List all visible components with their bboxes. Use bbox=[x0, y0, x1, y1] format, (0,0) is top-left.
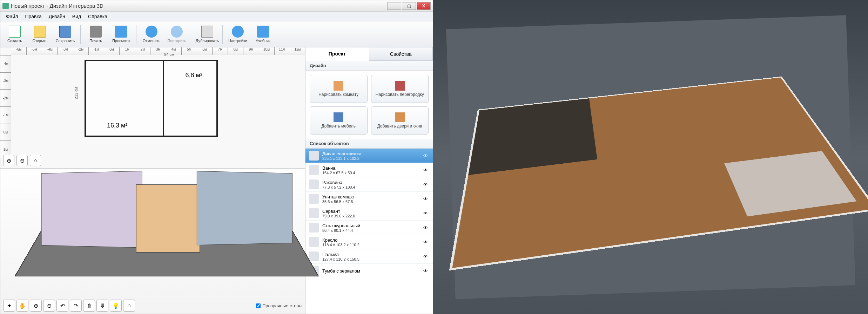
canvas3d-toolbar: ✦ ✋ ⊕ ⊖ ↶ ↷ ⤊ ⤋ 💡 ⌂ Прозрачные стены bbox=[3, 300, 302, 312]
zoom-out-icon: ⊖ bbox=[20, 157, 25, 164]
minimize-button[interactable]: — bbox=[387, 2, 401, 10]
door-icon bbox=[395, 112, 405, 122]
draw-wall-button[interactable]: Нарисовать перегородку bbox=[371, 75, 429, 103]
add-doors-button[interactable]: Добавить двери и окна bbox=[371, 106, 429, 135]
visibility-toggle[interactable]: 👁 bbox=[422, 254, 429, 259]
render-preview bbox=[433, 0, 868, 314]
render-3d-image bbox=[446, 15, 855, 299]
object-thumb-icon bbox=[309, 251, 319, 261]
list-item[interactable]: Стол журнальный80.4 x 80.1 x 44.4👁 bbox=[305, 221, 433, 235]
menu-design[interactable]: Дизайн bbox=[46, 13, 68, 20]
pointer-button[interactable]: ✦ bbox=[3, 300, 15, 312]
object-dimensions: 235.1 x 113.1 x 102.2 bbox=[322, 156, 418, 161]
home-button[interactable]: ⌂ bbox=[30, 155, 41, 166]
canvas-3d[interactable]: ✦ ✋ ⊕ ⊖ ↶ ↷ ⤊ ⤋ 💡 ⌂ Прозрачные стены bbox=[0, 169, 305, 314]
ruler-horizontal: -6м-5м-4м-3м-2м-1м0м1м2м3м4м5м6м7м8м9м10… bbox=[11, 47, 305, 55]
duplicate-button[interactable]: Дублировать bbox=[195, 23, 220, 46]
window-title: Новый проект - Дизайн Интерьера 3D bbox=[11, 3, 387, 9]
home-icon: ⌂ bbox=[34, 157, 37, 164]
eye-icon: 👁 bbox=[423, 268, 428, 274]
tilt-down-button[interactable]: ⤋ bbox=[96, 300, 108, 312]
new-file-icon bbox=[9, 26, 21, 38]
zoom-in-button[interactable]: ⊕ bbox=[3, 155, 14, 166]
object-thumb-icon bbox=[309, 237, 319, 247]
object-dimensions: 80.4 x 80.1 x 44.4 bbox=[322, 228, 418, 233]
canvas-2d[interactable]: -6м-5м-4м-3м-2м-1м0м1м2м3м4м5м6м7м8м9м10… bbox=[0, 47, 305, 169]
redo-button[interactable]: Повторить bbox=[164, 23, 189, 46]
visibility-toggle[interactable]: 👁 bbox=[422, 153, 429, 158]
list-item[interactable]: Сервант79.0 x 39.6 x 222.0👁 bbox=[305, 206, 433, 221]
book-icon bbox=[257, 26, 269, 38]
visibility-toggle[interactable]: 👁 bbox=[422, 225, 429, 230]
visibility-toggle[interactable]: 👁 bbox=[422, 268, 429, 274]
list-item[interactable]: Диван еврокнижка235.1 x 113.1 x 102.2👁 bbox=[305, 149, 433, 163]
save-button[interactable]: Сохранить bbox=[53, 23, 78, 46]
preview-button[interactable]: Просмотр bbox=[109, 23, 133, 46]
visibility-toggle[interactable]: 👁 bbox=[422, 196, 429, 202]
object-name: Тумба с зеркалом bbox=[322, 268, 418, 274]
app-window: Новый проект - Дизайн Интерьера 3D — ▢ X… bbox=[0, 0, 433, 314]
list-item[interactable]: Ванна154.2 x 67.5 x 50.4👁 bbox=[305, 163, 433, 177]
rotate-left-button[interactable]: ↶ bbox=[56, 300, 68, 312]
menu-file[interactable]: Файл bbox=[3, 13, 21, 20]
tilt-down-icon: ⤋ bbox=[100, 302, 105, 309]
menu-view[interactable]: Вид bbox=[69, 13, 84, 20]
open-button[interactable]: Открыть bbox=[28, 23, 52, 46]
list-item[interactable]: Унитаз компакт35.6 x 56.5 x 67.5👁 bbox=[305, 192, 433, 206]
list-item[interactable]: Кресло118.4 x 103.2 x 110.2👁 bbox=[305, 235, 433, 249]
undo-button[interactable]: Отменить bbox=[139, 23, 164, 46]
object-thumb-icon bbox=[309, 151, 319, 161]
zoom-in-3d-button[interactable]: ⊕ bbox=[30, 300, 42, 312]
menu-help[interactable]: Справка bbox=[85, 13, 110, 20]
tilt-up-button[interactable]: ⤊ bbox=[83, 300, 95, 312]
list-item[interactable]: Раковина77.3 x 57.2 x 108.4👁 bbox=[305, 177, 433, 192]
print-button[interactable]: Печать bbox=[83, 23, 108, 46]
zoom-out-3d-button[interactable]: ⊖ bbox=[43, 300, 55, 312]
rotate-right-button[interactable]: ↷ bbox=[70, 300, 82, 312]
new-button[interactable]: Создать bbox=[2, 23, 27, 46]
room-icon bbox=[334, 81, 343, 91]
rotate-left-icon: ↶ bbox=[60, 302, 65, 309]
zoom-out-button[interactable]: ⊖ bbox=[16, 155, 28, 166]
visibility-toggle[interactable]: 👁 bbox=[422, 168, 429, 173]
hand-icon: ✋ bbox=[19, 302, 26, 309]
object-list[interactable]: Диван еврокнижка235.1 x 113.1 x 102.2👁Ва… bbox=[305, 149, 433, 314]
home-3d-button[interactable]: ⌂ bbox=[123, 300, 135, 312]
pan-button[interactable]: ✋ bbox=[16, 300, 28, 312]
object-name: Диван еврокнижка bbox=[322, 151, 418, 156]
zoom-in-icon: ⊕ bbox=[7, 157, 11, 164]
object-name: Сервант bbox=[322, 209, 418, 214]
settings-button[interactable]: Настройки bbox=[226, 23, 250, 46]
light-button[interactable]: 💡 bbox=[110, 300, 122, 312]
object-dimensions: 35.6 x 56.5 x 67.5 bbox=[322, 199, 418, 204]
folder-open-icon bbox=[34, 26, 46, 38]
tilt-up-icon: ⤊ bbox=[87, 302, 92, 309]
tutorial-button[interactable]: Учебник bbox=[251, 23, 275, 46]
transparent-walls-input[interactable] bbox=[256, 303, 261, 308]
eye-icon: 👁 bbox=[423, 240, 428, 245]
list-item[interactable]: Пальма127.4 x 116.2 x 158.5👁 bbox=[305, 249, 433, 264]
object-thumb-icon bbox=[309, 194, 319, 204]
undo-icon bbox=[146, 26, 157, 38]
list-item[interactable]: Тумба с зеркалом👁 bbox=[305, 264, 433, 278]
home-icon: ⌂ bbox=[127, 302, 131, 309]
transparent-walls-checkbox[interactable]: Прозрачные стены bbox=[256, 303, 302, 308]
visibility-toggle[interactable]: 👁 bbox=[422, 182, 429, 187]
tab-properties[interactable]: Свойства bbox=[369, 47, 433, 60]
eye-icon: 👁 bbox=[423, 254, 428, 259]
menu-edit[interactable]: Правка bbox=[22, 13, 44, 20]
bulb-icon: 💡 bbox=[112, 302, 119, 309]
object-name: Стол журнальный bbox=[322, 223, 418, 228]
eye-icon: 👁 bbox=[423, 153, 428, 158]
toolbar: Создать Открыть Сохранить Печать Просмот… bbox=[0, 21, 433, 47]
visibility-toggle[interactable]: 👁 bbox=[422, 240, 429, 245]
add-furniture-button[interactable]: Добавить мебель bbox=[310, 106, 368, 135]
dimension-label: 94 см bbox=[164, 52, 174, 57]
visibility-toggle[interactable]: 👁 bbox=[422, 211, 429, 216]
draw-room-button[interactable]: Нарисовать комнату bbox=[310, 75, 368, 103]
maximize-button[interactable]: ▢ bbox=[402, 2, 416, 10]
pointer-icon: ✦ bbox=[7, 302, 12, 309]
close-button[interactable]: X bbox=[417, 2, 431, 10]
tab-project[interactable]: Проект bbox=[305, 47, 369, 61]
floor-plan[interactable]: 16,3 м² 6,8 м² 94 см 212 см bbox=[85, 60, 218, 137]
